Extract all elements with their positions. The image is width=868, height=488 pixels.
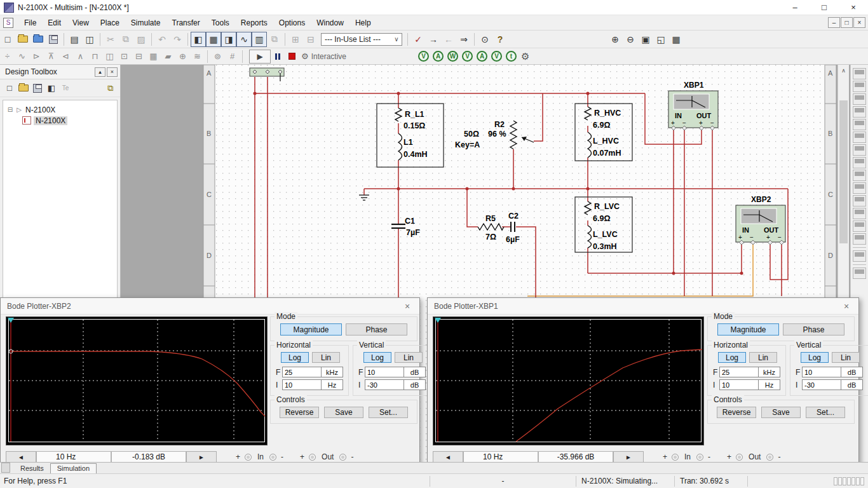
voltage-reference-probe-button[interactable]: V	[491, 51, 502, 62]
minimize-button[interactable]: –	[780, 0, 810, 15]
menu-tools[interactable]: Tools	[206, 17, 235, 29]
horizontal-log-button[interactable]: Log	[718, 352, 746, 363]
voltage-probe-button[interactable]: V	[418, 51, 429, 62]
create-component-button[interactable]: ⊞	[288, 32, 303, 47]
toggle-design-toolbox-button[interactable]: ◧	[191, 32, 206, 47]
database-manager-button[interactable]: ⊟	[303, 32, 318, 47]
menu-window[interactable]: Window	[311, 17, 349, 29]
horizontal-initial-input[interactable]	[282, 379, 322, 390]
connector-components-button[interactable]: #	[225, 50, 240, 64]
zoom-area-button[interactable]: ▣	[638, 32, 653, 47]
dt-rename-button[interactable]: Te	[58, 81, 72, 95]
close-button[interactable]: ×	[839, 0, 868, 15]
vertical-initial-input[interactable]	[802, 379, 841, 390]
menu-place[interactable]: Place	[95, 17, 125, 29]
differential-voltage-probe-button[interactable]: V	[462, 51, 473, 62]
cursor-left-button[interactable]: ◄	[6, 451, 36, 463]
ni-components-button[interactable]: ⊚	[210, 50, 225, 64]
open-sample-button[interactable]	[31, 32, 46, 47]
iv-analyzer-button[interactable]	[853, 195, 866, 207]
ttl-components-button[interactable]: ∧	[73, 50, 88, 64]
logic-analyzer-button[interactable]	[853, 170, 866, 181]
logic-converter-button[interactable]	[853, 182, 866, 194]
save-button[interactable]	[46, 32, 61, 47]
horizontal-initial-input[interactable]	[719, 379, 759, 390]
menu-help[interactable]: Help	[349, 17, 377, 29]
menu-reports[interactable]: Reports	[235, 17, 273, 29]
multimeter-button[interactable]	[853, 68, 866, 79]
cursor-right-button[interactable]: ►	[186, 451, 217, 463]
digital-probe-button[interactable]: t	[506, 51, 517, 62]
save-button[interactable]: Save	[324, 407, 363, 418]
reverse-button[interactable]: Reverse	[717, 407, 756, 418]
transfer-to-layout-button[interactable]: →	[426, 32, 441, 47]
menu-edit[interactable]: Edit	[42, 17, 67, 29]
toggle-description-box-button[interactable]: ▥	[252, 32, 267, 47]
bode-xbp2-titlebar[interactable]: Bode Plotter-XBP2 ×	[1, 298, 419, 315]
find-button[interactable]: ⊙	[477, 32, 492, 47]
diode-components-button[interactable]: ⊳	[29, 50, 44, 64]
print-button[interactable]: ▤	[67, 32, 82, 47]
rf-components-button[interactable]: ⊕	[175, 50, 190, 64]
parent-sheet-button[interactable]: ⧉	[267, 32, 282, 47]
misc-components-button[interactable]: ▰	[161, 50, 175, 64]
basic-components-button[interactable]: ∿	[15, 50, 29, 64]
current-probe-button[interactable]: A	[433, 51, 444, 62]
menu-file[interactable]: File	[18, 17, 42, 29]
bode-xbp1-close-icon[interactable]: ×	[841, 301, 852, 311]
save-button[interactable]: Save	[761, 407, 801, 418]
misc-digital-components-button[interactable]: ◫	[102, 50, 117, 64]
spectrum-analyzer-button[interactable]	[853, 220, 866, 232]
wattmeter-button[interactable]	[853, 93, 866, 105]
dt-close-sheet-button[interactable]: ◧	[44, 81, 58, 95]
dt-save-button[interactable]	[31, 81, 44, 95]
bode-xbp1-titlebar[interactable]: Bode Plotter-XBP1 ×	[428, 298, 858, 315]
phase-button[interactable]: Phase	[783, 323, 844, 336]
horizontal-final-input[interactable]	[282, 367, 322, 377]
probe-settings-gear-button[interactable]: ⚙	[521, 51, 529, 62]
cmos-components-button[interactable]: ⊓	[88, 50, 102, 64]
menu-options[interactable]: Options	[273, 17, 311, 29]
distortion-analyzer-button[interactable]	[853, 208, 866, 219]
zoom-out-button[interactable]: ⊖	[623, 32, 638, 47]
menu-simulate[interactable]: Simulate	[125, 17, 166, 29]
dt-open-button[interactable]	[17, 81, 31, 95]
pause-simulation-button[interactable]	[271, 50, 285, 64]
maximize-button[interactable]: □	[810, 0, 839, 15]
power-probe-button[interactable]: W	[447, 51, 458, 62]
scrollbar-thumb[interactable]	[839, 100, 848, 243]
panel-close-button[interactable]: ×	[107, 67, 118, 77]
forward-annotate-button[interactable]: ⇒	[456, 32, 471, 47]
electromechanical-components-button[interactable]: ≋	[190, 50, 205, 64]
four-channel-oscilloscope-button[interactable]	[853, 119, 866, 130]
tree-root-label[interactable]: N-2100X	[24, 105, 57, 114]
scroll-up-arrow[interactable]: ∧	[838, 65, 849, 76]
voltage-current-probe-button[interactable]: A	[477, 51, 487, 62]
function-generator-button[interactable]	[853, 81, 866, 92]
bode-xbp2-close-icon[interactable]: ×	[402, 301, 413, 311]
toggle-spice-netlist-button[interactable]: ◨	[221, 32, 236, 47]
tab-simulation[interactable]: Simulation	[50, 463, 97, 473]
new-file-button[interactable]: □	[0, 32, 15, 47]
toggle-grapher-button[interactable]: ∿	[236, 32, 252, 47]
fullscreen-button[interactable]: ▦	[668, 32, 684, 47]
horizontal-final-input[interactable]	[719, 367, 759, 377]
tree-child-item[interactable]: N-2100X	[6, 115, 114, 126]
cursor-right-button[interactable]: ►	[613, 451, 644, 463]
vertical-final-input[interactable]	[365, 367, 404, 377]
stop-simulation-button[interactable]	[285, 50, 299, 64]
magnitude-button[interactable]: Magnitude	[280, 323, 342, 336]
network-analyzer-button[interactable]	[853, 233, 866, 245]
menu-transfer[interactable]: Transfer	[166, 17, 206, 29]
tree-collapse-icon[interactable]: ⊟	[6, 106, 15, 113]
vertical-lin-button[interactable]: Lin	[395, 352, 423, 363]
back-annotate-button[interactable]: ←	[441, 32, 456, 47]
horizontal-lin-button[interactable]: Lin	[312, 352, 340, 363]
magnitude-button[interactable]: Magnitude	[717, 323, 779, 336]
panel-collapse-button[interactable]: ▴	[95, 67, 105, 77]
cursor-left-button[interactable]: ◄	[433, 451, 463, 463]
vertical-final-input[interactable]	[802, 367, 841, 377]
vertical-log-button[interactable]: Log	[801, 352, 829, 363]
horizontal-log-button[interactable]: Log	[281, 352, 309, 363]
tree-child-label[interactable]: N-2100X	[34, 116, 67, 125]
